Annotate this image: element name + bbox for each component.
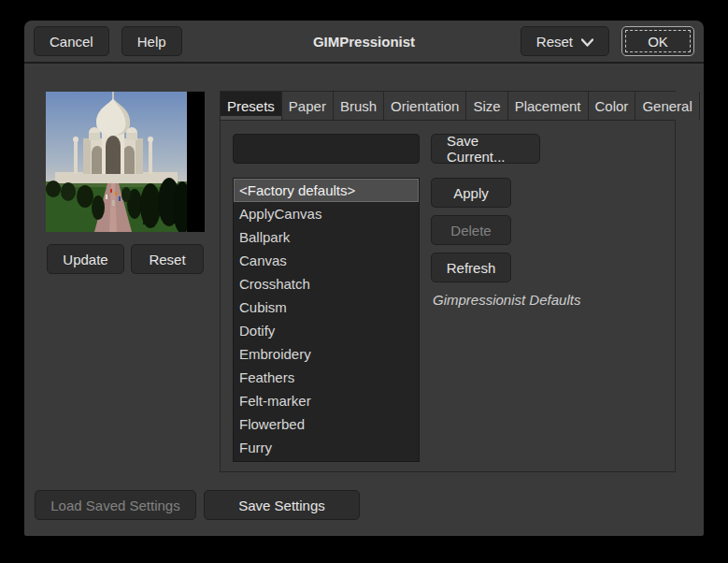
tab-brush[interactable]: Brush — [334, 92, 384, 120]
list-item[interactable]: Cubism — [234, 296, 419, 319]
list-item[interactable]: Furry — [234, 436, 419, 459]
preset-description: Gimpressionist Defaults — [433, 292, 580, 308]
tab-strip: PresetsPaperBrushOrientationSizePlacemen… — [221, 92, 675, 121]
preset-name-input[interactable] — [233, 134, 420, 164]
presets-list[interactable]: <Factory defaults>ApplyCanvasBallparkCan… — [233, 178, 420, 462]
load-saved-settings-button: Load Saved Settings — [35, 490, 196, 520]
list-item[interactable]: Dotify — [234, 319, 419, 342]
list-item[interactable]: Canvas — [234, 249, 419, 272]
list-item[interactable]: Embroidery — [234, 342, 419, 366]
settings-notebook: PresetsPaperBrushOrientationSizePlacemen… — [220, 91, 676, 472]
list-item[interactable]: Crosshatch — [234, 272, 419, 296]
delete-button: Delete — [431, 215, 511, 245]
update-button[interactable]: Update — [47, 244, 124, 274]
list-item[interactable]: Ballpark — [234, 225, 419, 249]
cancel-button[interactable]: Cancel — [34, 26, 109, 56]
dialog-header: GIMPressionist Cancel Help Reset OK — [24, 21, 704, 64]
save-current-button[interactable]: Save Current... — [431, 134, 540, 164]
preview-reset-button[interactable]: Reset — [131, 244, 204, 274]
tab-orientation[interactable]: Orientation — [384, 92, 466, 120]
ok-button[interactable]: OK — [621, 26, 694, 56]
list-item[interactable]: Felt-marker — [234, 389, 419, 412]
tab-color[interactable]: Color — [589, 92, 636, 120]
refresh-button[interactable]: Refresh — [431, 253, 511, 282]
presets-panel: Save Current... <Factory defaults>ApplyC… — [221, 121, 675, 472]
tab-presets[interactable]: Presets — [221, 92, 282, 120]
list-item[interactable]: ApplyCanvas — [234, 202, 419, 225]
preview-image[interactable] — [46, 92, 205, 232]
reset-dropdown-button[interactable]: Reset — [521, 26, 609, 56]
save-settings-button[interactable]: Save Settings — [204, 490, 360, 520]
tab-general[interactable]: General — [635, 92, 699, 120]
gimpressionist-dialog: GIMPressionist Cancel Help Reset OK — [24, 21, 704, 536]
list-item[interactable]: Feathers — [234, 366, 419, 389]
apply-button[interactable]: Apply — [431, 178, 511, 208]
tab-size[interactable]: Size — [466, 92, 507, 120]
tab-paper[interactable]: Paper — [282, 92, 334, 120]
list-item[interactable]: <Factory defaults> — [234, 179, 419, 202]
screen: GIMPressionist Cancel Help Reset OK — [0, 0, 728, 563]
chevron-down-icon — [581, 34, 593, 50]
list-item[interactable]: Flowerbed — [234, 412, 419, 436]
help-button[interactable]: Help — [121, 26, 182, 56]
taj-mahal-photo — [46, 92, 187, 232]
reset-dropdown-label: Reset — [536, 34, 573, 50]
tab-placement[interactable]: Placement — [508, 92, 589, 120]
